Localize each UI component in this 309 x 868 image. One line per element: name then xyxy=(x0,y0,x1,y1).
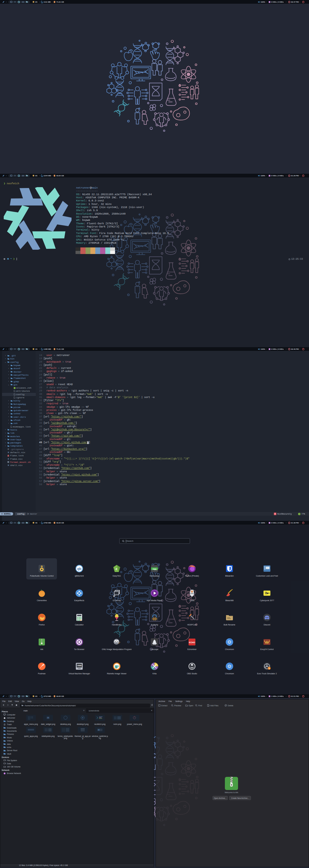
svg-text:qb: qb xyxy=(77,567,82,571)
svg-text:2: 2 xyxy=(269,668,270,670)
svg-text:ECHO: ECHO xyxy=(189,641,195,644)
svg-text:nqq: nqq xyxy=(153,568,157,570)
svg-text:e: e xyxy=(116,566,117,571)
svg-text:VMM: VMM xyxy=(77,664,81,666)
